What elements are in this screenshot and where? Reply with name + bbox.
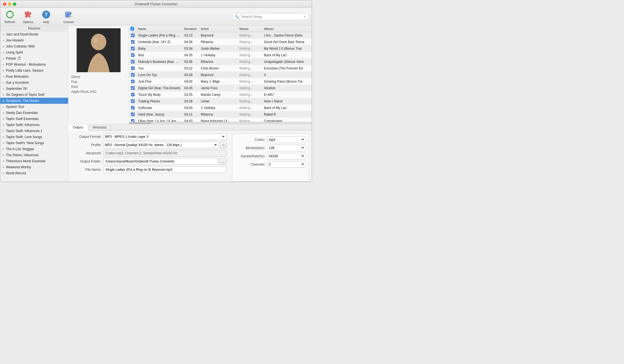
sidebar-item-9[interactable]: ≡September 26: — [0, 86, 68, 92]
table-row[interactable]: Baby 03:34 Justin Bieber Waiting... My W… — [129, 45, 312, 52]
track-check-0[interactable] — [129, 33, 136, 38]
sidebar-item-17[interactable]: ≡Taylor Swift: Love Songs — [0, 134, 68, 140]
track-check-5[interactable] — [129, 66, 136, 71]
options-button[interactable]: Options — [21, 10, 35, 24]
sidebar-item-1[interactable]: ≡Joe Hisaishi — [0, 37, 68, 43]
minimize-button[interactable] — [8, 2, 11, 6]
sidebar-item-6[interactable]: ≡Pretty Little Liars, Season — [0, 68, 68, 74]
table-row[interactable]: Bed 04:35 J. Holiday Waiting... Back of … — [129, 52, 312, 58]
track-checkbox-3[interactable] — [131, 53, 135, 57]
track-checkbox-0[interactable] — [131, 33, 135, 37]
track-checkbox-6[interactable] — [131, 73, 135, 77]
track-checkbox-1[interactable] — [131, 40, 135, 44]
track-checkbox-10[interactable] — [131, 99, 135, 103]
track-check-10[interactable] — [129, 99, 136, 103]
advanced-input[interactable] — [104, 150, 227, 156]
close-button[interactable] — [3, 2, 6, 6]
clear-search-icon[interactable]: ✕ — [303, 15, 307, 19]
track-check-7[interactable] — [129, 79, 136, 84]
sidebar-item-15[interactable]: ≡Taylor Swift: Influences — [0, 122, 68, 128]
track-check-11[interactable] — [129, 105, 136, 110]
table-row[interactable]: Love On Top 04:28 Beyoncé Waiting... 4 — [129, 72, 312, 78]
sidebar-item-18[interactable]: ≡Taylor Swift's "New Songs — [0, 140, 68, 146]
sidebar-item-8[interactable]: ≡Sax y Acordeón — [0, 80, 68, 86]
window-controls[interactable] — [3, 2, 16, 6]
sidebar-item-19[interactable]: ≡The A-List: Reggae — [0, 146, 68, 152]
track-checkbox-5[interactable] — [131, 66, 135, 70]
track-checkbox-8[interactable] — [131, 86, 135, 90]
track-check-3[interactable] — [129, 53, 136, 57]
codec-select[interactable]: mp3 — [268, 136, 306, 143]
advanced-control — [104, 150, 227, 156]
profile-select[interactable]: MP3 - Normal Quality( 44100 Hz, stereo ,… — [104, 142, 219, 148]
track-check-4[interactable] — [129, 59, 136, 64]
sidebar-item-21[interactable]: ≡Thelonious Monk Essential — [0, 158, 68, 164]
file-name-input[interactable] — [104, 166, 227, 173]
sidebar-item-14[interactable]: ≡Taylor Swift Essentials — [0, 116, 68, 122]
table-row[interactable]: Touch My Body 03:25 Mariah Carey Waiting… — [129, 91, 312, 98]
track-check-8[interactable] — [129, 86, 136, 90]
output-folder-input[interactable] — [104, 158, 218, 165]
horizontal-scrollbar[interactable] — [129, 122, 312, 124]
sidebar-item-2[interactable]: ≡John Coltrane: With — [0, 43, 68, 49]
table-row[interactable]: Suffocate 03:40 J. Holiday Waiting... Ba… — [129, 105, 312, 111]
profile-minus-button[interactable]: − — [220, 142, 227, 148]
table-row[interactable]: Single Ladies (Put a Ring on It) 03:13 B… — [129, 32, 312, 39]
bitrate-select[interactable]: 128 — [268, 145, 306, 151]
playlist-icon-20: ≡ — [2, 153, 4, 157]
track-checkbox-9[interactable] — [131, 93, 135, 96]
select-all-checkbox[interactable] — [130, 27, 134, 30]
sidebar-item-10[interactable]: ≡Six Degrees of Taylor Swif — [0, 92, 68, 98]
output-folder-label: Output Folder: — [71, 159, 101, 163]
track-checkbox-11[interactable] — [131, 106, 135, 110]
track-check-6[interactable] — [129, 72, 136, 77]
sidebar-item-16[interactable]: ≡Taylor Swift: Influences 1 — [0, 128, 68, 134]
refresh-button[interactable]: Refresh — [3, 10, 17, 24]
track-checkbox-12[interactable] — [131, 113, 135, 116]
sidebar-item-22[interactable]: ≡Weekend Worthy — [0, 164, 68, 170]
sidebar-item-4[interactable]: ≡Pistear 🎵 — [0, 55, 68, 61]
tab-output[interactable]: Output: — [68, 124, 88, 131]
sidebar-item-3[interactable]: ≡Living Spirit — [0, 49, 68, 55]
browse-button[interactable]: ... — [219, 158, 227, 165]
track-checkbox-2[interactable] — [131, 47, 135, 50]
table-row[interactable]: Umbrella (feat. JAY Z) 04:36 Rihanna Wai… — [129, 39, 312, 45]
table-row[interactable]: Just Fine 04:02 Mary J. Blige Waiting...… — [129, 78, 312, 85]
sidebar-item-12[interactable]: ≡Spoken Text — [0, 104, 68, 110]
table-row[interactable]: Nobody's Business (feat. Chris Brown) 03… — [129, 58, 312, 65]
sidebar-item-5[interactable]: ≡POP Workout - Motivationa — [0, 61, 68, 68]
sidebar-header: Playlists — [0, 26, 68, 31]
sidebar-item-13[interactable]: ≡Steely Dan Essentials — [0, 110, 68, 116]
tab-metadata[interactable]: Metadata — [88, 124, 111, 130]
table-row[interactable]: Hard (feat. Jeezy) 04:11 Rihanna Waiting… — [129, 111, 312, 118]
search-input[interactable] — [241, 15, 302, 19]
table-row[interactable]: Trading Places 04:28 Usher Waiting... He… — [129, 98, 312, 105]
sidebar-item-23[interactable]: ≡World Record — [0, 170, 68, 176]
track-check-13[interactable] — [129, 119, 136, 122]
sidebar-item-0[interactable]: ≡Jazz and David Bowie — [0, 31, 68, 37]
track-check-1[interactable] — [129, 40, 136, 44]
sidebar-item-7[interactable]: ≡Pure Motivation — [0, 74, 68, 80]
track-duration-4: 03:36 — [183, 59, 199, 64]
channels-select[interactable]: 2 — [268, 161, 306, 168]
output-format-select[interactable]: MP3 - MPEG-1 Audio Layer 3 — [104, 133, 227, 140]
samplerate-select[interactable]: 44100 — [268, 153, 306, 159]
sidebar-item-label-3: Living Spirit — [6, 51, 23, 54]
table-row[interactable]: You 03:22 Chris Brown Waiting... Exclusi… — [129, 65, 312, 72]
track-check-12[interactable] — [129, 112, 136, 117]
scrollbar-thumb[interactable] — [129, 122, 151, 124]
track-check-2[interactable] — [129, 46, 136, 51]
table-row[interactable]: Digital Girl (feat. The-Dream) 04:45 Jam… — [129, 85, 312, 91]
track-checkbox-7[interactable] — [131, 80, 135, 83]
track-check-9[interactable] — [129, 92, 136, 97]
sidebar-item-20[interactable]: ≡The Shires: Influences — [0, 152, 68, 158]
sidebar-item-11[interactable]: ≡Songbook: The-Dream — [0, 98, 68, 104]
convert-button[interactable]: Convert — [62, 10, 76, 24]
col-header-name: Name — [136, 26, 183, 31]
track-album-0: I Am... Sasha Fierce (Delu — [262, 33, 312, 38]
table-row[interactable]: Okay (feat. Lil Jon, Lil Jon, Lil Jon, Y… — [129, 118, 312, 122]
maximize-button[interactable] — [13, 2, 16, 6]
track-checkbox-4[interactable] — [131, 60, 135, 63]
help-button[interactable]: ? Help — [39, 10, 53, 24]
track-checkbox-13[interactable] — [131, 119, 135, 122]
